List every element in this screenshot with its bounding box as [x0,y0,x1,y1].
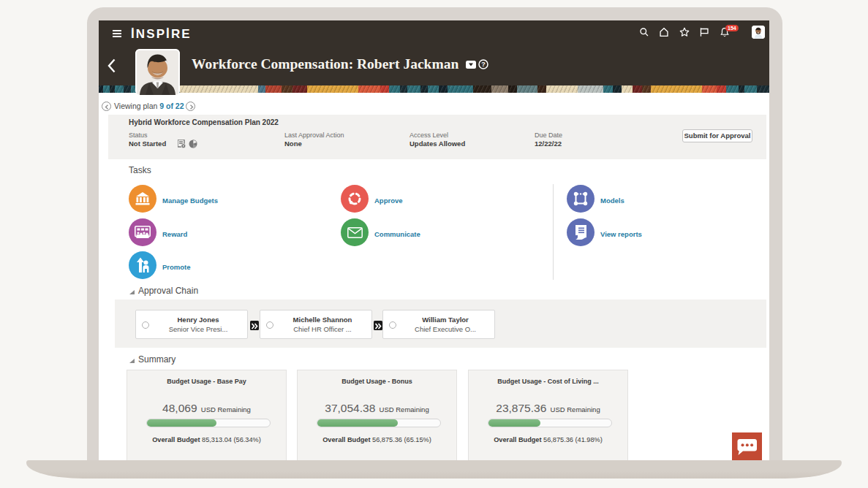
svg-text:?: ? [481,61,486,68]
